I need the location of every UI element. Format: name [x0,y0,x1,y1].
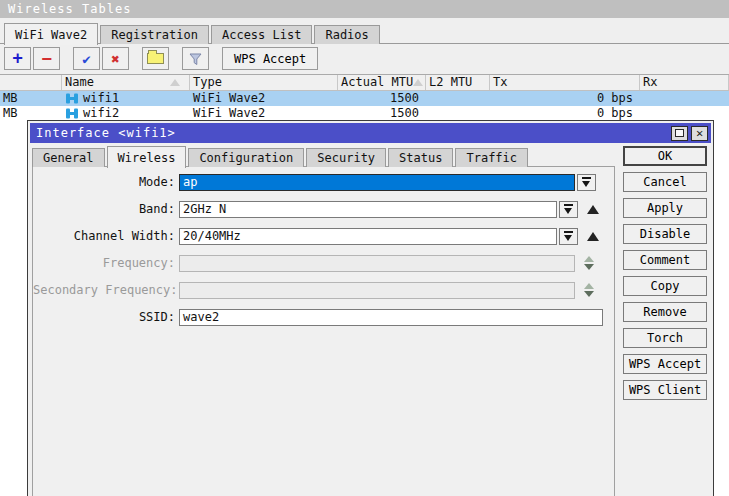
band-label: Band: [33,202,179,216]
frequency-spinner [584,256,594,270]
dialog-titlebar[interactable]: Interface <wifi1> ✕ [30,123,711,143]
secondary-frequency-field [179,282,575,299]
spinner-down-icon [584,291,594,297]
channel-width-label: Channel Width: [33,229,179,243]
spinner-up-icon [584,283,594,289]
column-l2-mtu[interactable]: L2 MTU [426,75,490,90]
ssid-label: SSID: [33,310,179,324]
row-actual-mtu: 1500 [338,91,426,106]
column-tx[interactable]: Tx [490,75,640,90]
window-title: Wireless Tables [8,2,131,16]
tab-configuration[interactable]: Configuration [188,148,304,167]
cancel-button[interactable]: Cancel [623,172,707,192]
table-row-wifi1[interactable]: MB wifi1 WiFi Wave2 1500 0 bps [0,91,729,106]
band-field[interactable]: 2GHz N [179,201,557,218]
mode-field[interactable]: ap [179,174,575,191]
ssid-field[interactable]: wave2 [179,309,603,326]
toolbar: + − ✔ ✖ WPS Accept [4,47,318,70]
column-name[interactable]: Name [62,75,190,90]
row-actual-mtu: 1500 [338,106,426,121]
torch-button[interactable]: Torch [623,328,707,348]
secondary-frequency-spinner [584,283,594,297]
band-collapse-arrow-icon[interactable] [587,205,599,214]
wps-client-button[interactable]: WPS Client [623,380,707,400]
disable-button[interactable]: Disable [623,224,707,244]
close-icon: ✕ [696,127,703,139]
wps-accept-button[interactable]: WPS Accept [623,354,707,374]
row-rx [640,91,729,106]
dropdown-icon [582,177,591,187]
table-row-wifi2[interactable]: MB wifi2 WiFi Wave2 1500 0 bps [0,106,729,121]
dropdown-icon [564,204,573,214]
remove-button[interactable]: − [33,47,60,70]
enable-icon: ✔ [82,51,90,67]
wireless-interface-icon [65,93,79,104]
spinner-up-icon [584,256,594,262]
ssid-row: SSID: wave2 [33,308,614,326]
channel-width-collapse-arrow-icon[interactable] [587,232,599,241]
channel-width-dropdown-button[interactable] [559,228,578,245]
spinner-down-icon [584,264,594,270]
row-rx [640,106,729,121]
secondary-frequency-label: Secondary Frequency: [33,283,179,297]
interface-dialog: Interface <wifi1> ✕ General Wireless Con… [27,120,714,496]
tab-status[interactable]: Status [388,148,453,167]
tab-security[interactable]: Security [306,148,386,167]
sort-icon [170,79,180,86]
tab-access-list[interactable]: Access List [211,25,312,44]
wireless-tab-panel: Mode: ap Band: 2GHz N Channel Width: 20/… [32,166,615,496]
tab-radios[interactable]: Radios [314,25,379,44]
frequency-field [179,255,575,272]
column-type[interactable]: Type [190,75,338,90]
mode-row: Mode: ap [33,173,614,191]
add-button[interactable]: + [4,47,31,70]
close-button[interactable]: ✕ [691,126,708,141]
comment-button[interactable]: Comment [623,250,707,270]
filter-button[interactable] [182,47,209,70]
row-type: WiFi Wave2 [190,106,338,121]
window-titlebar[interactable]: Wireless Tables [0,0,729,18]
row-l2-mtu [426,106,490,121]
tab-wireless[interactable]: Wireless [107,146,187,168]
add-icon: + [12,50,22,67]
band-dropdown-button[interactable] [559,201,578,218]
tab-registration[interactable]: Registration [100,25,209,44]
frequency-row: Frequency: [33,254,614,272]
tab-wifi-wave2[interactable]: WiFi Wave2 [4,23,98,45]
maximize-icon [675,129,684,137]
row-l2-mtu [426,91,490,106]
tab-general[interactable]: General [32,148,105,167]
row-name: wifi1 [62,91,190,106]
row-tx: 0 bps [490,106,640,121]
dialog-title: Interface <wifi1> [36,126,176,140]
dialog-button-column: OK Cancel Apply Disable Comment Copy Rem… [623,146,707,406]
ok-button[interactable]: OK [623,146,707,166]
row-flags: MB [0,91,62,106]
mode-dropdown-button[interactable] [577,174,596,191]
maximize-button[interactable] [671,126,688,141]
row-type: WiFi Wave2 [190,91,338,106]
band-row: Band: 2GHz N [33,200,614,218]
column-rx[interactable]: Rx [640,75,729,90]
remove-button[interactable]: Remove [623,302,707,322]
column-flags[interactable] [0,75,62,90]
wireless-interface-icon [65,108,79,119]
enable-button[interactable]: ✔ [73,47,100,70]
column-actual-mtu[interactable]: Actual MTU [338,75,426,90]
copy-button[interactable]: Copy [623,276,707,296]
dialog-tab-strip: General Wireless Configuration Security … [32,145,530,167]
disable-icon: ✖ [111,51,119,67]
channel-width-field[interactable]: 20/40MHz [179,228,557,245]
filter-icon [188,52,203,66]
comment-button[interactable] [142,47,169,70]
row-tx: 0 bps [490,91,640,106]
wps-accept-toolbar-button[interactable]: WPS Accept [222,47,318,70]
frequency-label: Frequency: [33,256,179,270]
comment-icon [147,53,164,64]
tab-traffic[interactable]: Traffic [455,148,528,167]
apply-button[interactable]: Apply [623,198,707,218]
disable-button[interactable]: ✖ [102,47,129,70]
main-tab-strip: WiFi Wave2 Registration Access List Radi… [4,22,382,44]
dropdown-icon [564,231,573,241]
mode-label: Mode: [33,175,179,189]
